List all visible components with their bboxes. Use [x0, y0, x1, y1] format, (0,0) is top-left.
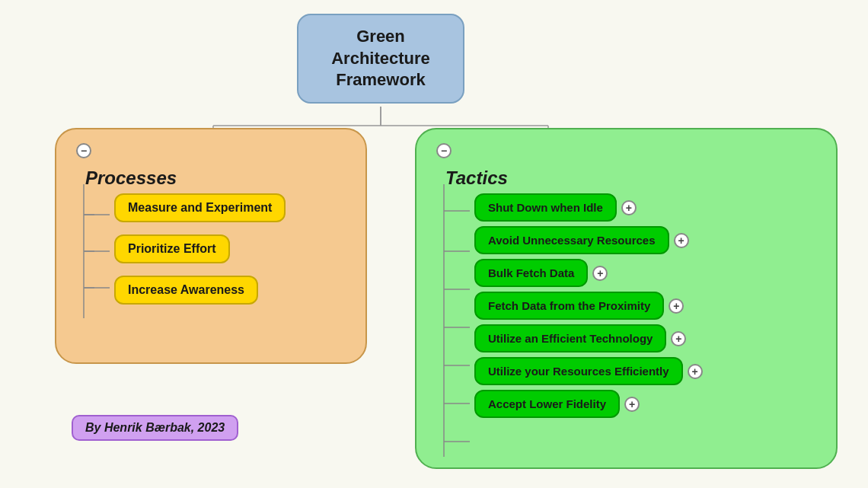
root-title: Green Architecture Framework [331, 27, 430, 89]
processes-items-container: Measure and ExperimentPrioritize EffortI… [88, 193, 349, 312]
tactic-plus-btn-2[interactable]: + [592, 266, 608, 281]
tactic-item-3: Fetch Data from the Proximity [474, 292, 664, 320]
tactic-plus-btn-1[interactable]: + [674, 233, 689, 248]
attribution-text: By Henrik Bærbak, 2023 [85, 421, 225, 434]
tactic-plus-btn-5[interactable]: + [688, 364, 703, 379]
tactic-plus-btn-6[interactable]: + [624, 397, 640, 412]
tactic-item-row: Fetch Data from the Proximity+ [474, 292, 819, 320]
process-item-1: Prioritize Effort [114, 234, 230, 263]
tactic-item-row: Utilize your Resources Efficiently+ [474, 357, 819, 385]
tactic-plus-btn-4[interactable]: + [671, 331, 686, 346]
processes-box: − Processes Measure and ExperimentPriori… [55, 128, 367, 364]
tactic-item-row: Avoid Unnecessary Resources+ [474, 226, 819, 254]
process-item-2: Increase Awareness [114, 276, 258, 305]
process-item-row: Measure and Experiment [114, 193, 349, 230]
tactic-item-6: Accept Lower Fidelity [474, 390, 620, 418]
tactics-title: Tactics [445, 167, 508, 188]
process-item-row: Prioritize Effort [114, 234, 349, 271]
tactic-item-1: Avoid Unnecessary Resources [474, 226, 669, 254]
tactics-minus-btn[interactable]: − [436, 143, 452, 158]
tactics-items-container: Shut Down when Idle+Avoid Unnecessary Re… [448, 193, 819, 418]
processes-title: Processes [85, 167, 177, 188]
tactic-item-row: Utilize an Efficient Technology+ [474, 324, 819, 352]
processes-minus-btn[interactable]: − [76, 143, 91, 158]
tactic-item-2: Bulk Fetch Data [474, 259, 588, 287]
tactic-item-0: Shut Down when Idle [474, 193, 617, 222]
tactic-plus-btn-3[interactable]: + [669, 298, 684, 314]
tactic-item-row: Shut Down when Idle+ [474, 193, 819, 222]
tactic-plus-btn-0[interactable]: + [621, 200, 637, 215]
tactic-item-row: Bulk Fetch Data+ [474, 259, 819, 287]
process-item-row: Increase Awareness [114, 276, 349, 312]
root-node: Green Architecture Framework [297, 14, 464, 104]
tactic-item-row: Accept Lower Fidelity+ [474, 390, 819, 418]
process-item-0: Measure and Experiment [114, 193, 286, 222]
attribution: By Henrik Bærbak, 2023 [72, 415, 238, 441]
tactic-item-4: Utilize an Efficient Technology [474, 324, 666, 352]
tactic-item-5: Utilize your Resources Efficiently [474, 357, 683, 385]
diagram-container: Green Architecture Framework − Processes… [0, 0, 868, 488]
tactics-box: − Tactics Shut Down when Idle+Avoid Unne… [415, 128, 838, 469]
